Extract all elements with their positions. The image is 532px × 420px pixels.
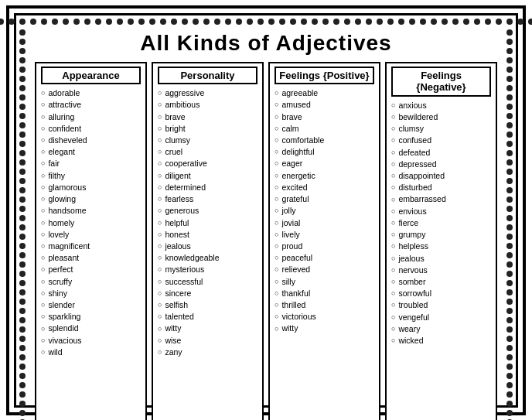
dot	[506, 252, 513, 258]
dot	[19, 206, 26, 212]
dot	[19, 122, 26, 128]
list-item: glowing	[41, 193, 141, 205]
column-feelings-negative: Feelings {Negative}anxiousbewilderedclum…	[385, 62, 497, 421]
dot	[19, 159, 26, 166]
list-item: vivacious	[41, 335, 141, 347]
list-item: brave	[275, 111, 374, 123]
list-item: energetic	[275, 170, 374, 182]
list-item: splendid	[41, 323, 141, 334]
dot	[506, 178, 513, 184]
list-item: alluring	[41, 111, 141, 123]
dot	[19, 85, 26, 91]
dot	[517, 19, 523, 25]
dots-top	[16, 15, 516, 28]
dot	[506, 373, 513, 379]
list-item: sparkling	[41, 311, 141, 323]
dots-left	[16, 28, 29, 421]
dot	[333, 19, 339, 25]
dot	[19, 141, 26, 147]
list-item: delightful	[275, 146, 374, 158]
list-item: proud	[275, 241, 374, 252]
dot	[506, 391, 513, 398]
dot	[474, 19, 480, 25]
list-item: victorious	[275, 311, 374, 323]
column-list-feelings-positive: agreeableamusedbravecalmcomfortabledelig…	[275, 87, 374, 335]
dot	[171, 19, 177, 25]
list-item: thrilled	[275, 299, 374, 311]
dot	[506, 131, 513, 138]
list-item: sincere	[158, 288, 257, 299]
list-item: weary	[391, 323, 491, 335]
dot	[19, 271, 26, 277]
list-item: troubled	[391, 299, 491, 311]
dot	[19, 410, 26, 416]
list-item: eager	[275, 158, 374, 169]
list-item: magnificent	[41, 241, 141, 252]
dot	[19, 196, 26, 203]
dot	[506, 243, 513, 249]
inner-content: All Kinds of Adjectives Appearanceadorab…	[29, 28, 503, 421]
dot	[279, 19, 285, 25]
dot	[506, 364, 513, 370]
list-item: adorable	[41, 87, 141, 99]
dot	[19, 178, 26, 184]
dot	[193, 19, 199, 25]
dot	[182, 19, 188, 25]
list-item: disturbed	[391, 182, 491, 193]
dot	[506, 104, 513, 110]
dot	[506, 336, 513, 342]
dot	[247, 19, 253, 25]
dot	[506, 224, 513, 230]
list-item: attractive	[41, 99, 141, 111]
dot	[290, 19, 296, 25]
column-header-personality: Personality	[158, 67, 257, 85]
dot	[41, 19, 47, 25]
list-item: helpful	[158, 217, 257, 229]
dot	[30, 19, 36, 25]
dot	[506, 280, 513, 286]
list-item: mysterious	[158, 264, 257, 275]
dot	[506, 29, 513, 36]
dot	[496, 19, 502, 25]
dot	[344, 19, 350, 25]
list-item: clumsy	[391, 123, 491, 135]
dot	[19, 252, 26, 258]
list-item: embarrassed	[391, 193, 491, 205]
list-item: calm	[275, 123, 374, 135]
dot	[19, 215, 26, 221]
list-item: successful	[158, 276, 257, 288]
list-item: agreeable	[275, 87, 374, 99]
list-item: elegant	[41, 146, 141, 158]
dot	[506, 76, 513, 82]
dot	[257, 19, 264, 25]
dot	[19, 131, 26, 138]
dot	[506, 215, 513, 221]
list-item: defeated	[391, 147, 491, 159]
dot	[506, 289, 513, 295]
dot	[506, 187, 513, 193]
list-item: jealous	[391, 253, 491, 265]
dot	[506, 410, 513, 416]
dot	[398, 19, 404, 25]
dot	[19, 67, 26, 73]
list-item: wild	[41, 347, 141, 358]
main-area: All Kinds of Adjectives Appearanceadorab…	[16, 28, 516, 421]
dot	[506, 382, 513, 388]
dot	[214, 19, 220, 25]
dot	[387, 19, 394, 25]
list-item: homely	[41, 217, 141, 229]
dot	[19, 39, 26, 45]
dot	[236, 19, 242, 25]
list-item: fair	[41, 158, 141, 169]
dot	[485, 19, 491, 25]
dot	[420, 19, 426, 25]
list-item: relieved	[275, 264, 374, 275]
dot	[19, 336, 26, 342]
list-item: honest	[158, 229, 257, 241]
list-item: grumpy	[391, 229, 491, 241]
dot	[19, 345, 26, 351]
list-item: lovely	[41, 229, 141, 241]
dot	[52, 19, 58, 25]
column-list-appearance: adorableattractivealluringconfidentdishe…	[41, 87, 141, 358]
dot	[506, 122, 513, 128]
